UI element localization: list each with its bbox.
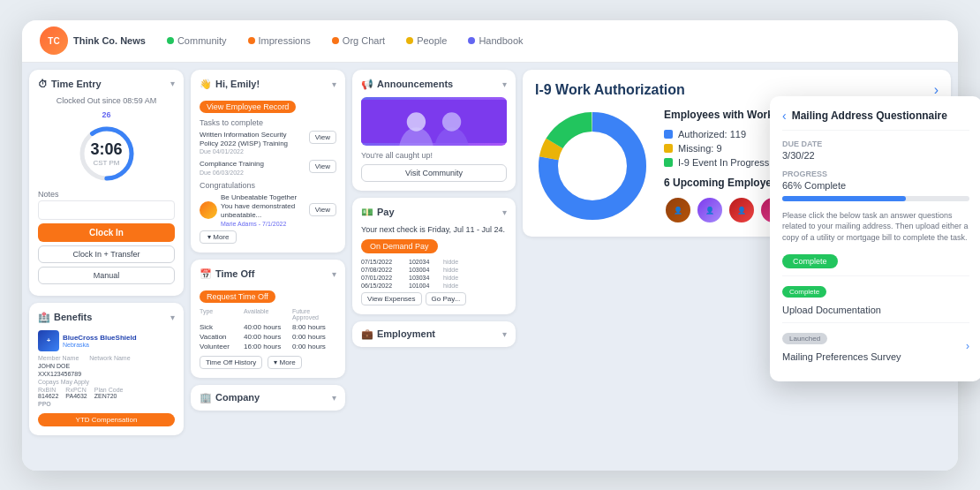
nav-community[interactable]: Community [167,35,227,46]
progress-value-row: 66% Complete [782,180,969,191]
notes-input[interactable] [38,200,175,220]
time-entry-title: ⏱ Time Entry [38,79,102,89]
modal-description: Please click the below task an answer qu… [782,210,969,244]
employment-card: 💼 Employment ▾ [352,321,516,347]
company-chevron[interactable]: ▾ [332,393,336,403]
pay-row-1: 07/15/2022 102034 hidde [361,259,507,265]
member-name: JOHN DOE [38,363,70,369]
member-id-row: XXX123456789 [38,371,175,377]
launched-badge-2: Launched [782,333,827,344]
time-off-more-button[interactable]: ▾ More [268,356,301,369]
org-dot [332,37,339,44]
employment-icon: 💼 [361,328,373,340]
complete-badge-1: Complete [782,286,826,298]
emily-title: 👋 Hi, Emily! [200,79,260,90]
company-title: 🏢 Company [200,392,260,403]
nav-org-chart[interactable]: Org Chart [332,35,385,46]
view-expenses-button[interactable]: View Expenses [361,292,422,305]
task-view-button-1[interactable]: View [309,131,336,144]
time-entry-chevron[interactable]: ▾ [170,79,175,88]
task-name-1: Upload Documentation [782,305,881,315]
announce-title: 📢 Announcements [361,79,453,90]
pay-chevron[interactable]: ▾ [502,207,507,217]
task-name-2: Mailing Preferences Survey [782,351,901,362]
congrats-icon [200,201,217,219]
congrats-header: Congratulations [200,181,336,190]
clock-out-text: Clocked Out since 08:59 AM [38,96,175,105]
modal-task-2[interactable]: Launched Mailing Preferences Survey › [782,322,969,369]
member-info: Member Name Network Name JOHN DOE XXX123… [38,355,175,407]
pay-actions: View Expenses Go Pay... [361,292,507,305]
modal-title: Mailing Address Questionnaire [792,109,947,122]
bcbs-shield-icon: + [38,330,59,351]
congrats-section: Congratulations Be Unbeatable Together Y… [200,181,336,227]
i9-header: I-9 Work Authorization › [535,82,939,98]
pay-header: 💵 Pay ▾ [361,207,507,218]
view-employee-record-button[interactable]: View Employee Record [200,101,296,113]
people-dot [406,37,413,44]
announce-photo-svg [361,97,507,146]
company-card: 🏢 Company ▾ [191,385,345,411]
announce-chevron[interactable]: ▾ [502,79,507,89]
request-time-off-button[interactable]: Request Time Off [200,290,275,303]
clock-in-transfer-button[interactable]: Clock In + Transfer [38,245,175,263]
pay-card: 💵 Pay ▾ Your next check is Friday, Jul 1… [352,198,516,314]
task-arrow-icon[interactable]: › [966,340,969,352]
due-date-label: Due Date [782,139,969,148]
missing-dot [664,144,673,153]
employment-chevron[interactable]: ▾ [502,329,507,339]
nav-impressions[interactable]: Impressions [248,35,311,46]
clock-in-button[interactable]: Clock In [38,223,175,242]
time-entry-card: ⏱ Time Entry ▾ Clocked Out since 08:59 A… [29,70,184,296]
benefits-chevron[interactable]: ▾ [170,313,175,322]
time-off-row-sick: Sick 40:00 hours 8:00 hours [200,323,336,331]
task-due-2: Due 06/03/2022 [200,170,264,176]
nav-handbook[interactable]: Handbook [468,35,523,46]
manual-button[interactable]: Manual [38,267,175,284]
visit-community-button[interactable]: Visit Community [361,164,507,182]
modal-back-button[interactable]: ‹ [782,109,787,123]
task-title-1: Written Information Security Policy 2022… [200,131,305,149]
progress-label: Progress [782,170,969,178]
calendar-icon: 📅 [200,268,212,280]
svg-point-11 [559,132,626,200]
time-off-chevron[interactable]: ▾ [332,269,336,279]
pay-transactions: 07/15/2022 102034 hidde 07/08/2022 10300… [361,259,507,289]
pay-row-2: 07/08/2022 103004 hidde [361,267,507,273]
task-view-button-2[interactable]: View [309,160,336,173]
emily-card: 👋 Hi, Emily! ▾ View Employee Record Task… [191,70,345,253]
congrats-view-button[interactable]: View [309,203,336,216]
emily-chevron[interactable]: ▾ [332,79,336,89]
time-off-history-button[interactable]: Time Off History [200,356,262,369]
pay-icon: 💵 [361,207,373,218]
congrats-title: Be Unbeatable Together [221,193,305,202]
content-area: ⏱ Time Entry ▾ Clocked Out since 08:59 A… [22,63,958,471]
copays-note: Copays May Apply [38,379,175,385]
time-off-row-vacation: Vacation 40:00 hours 0:00 hours [200,333,336,341]
modal-complete-button[interactable]: Complete [782,254,838,268]
on-demand-pay-button[interactable]: On Demand Pay [361,239,438,253]
nav-people[interactable]: People [406,35,447,46]
pay-title: 💵 Pay [361,207,395,218]
avatar-1: 👤 [664,196,692,224]
go-pay-button[interactable]: Go Pay... [426,292,467,305]
time-off-title: 📅 Time Off [200,268,254,280]
pay-row-4: 06/15/2022 101004 hidde [361,283,507,289]
congrats-item: Be Unbeatable Together You have demonstr… [200,193,336,227]
bcbs-company: BlueCross BlueShield [63,334,137,342]
more-button[interactable]: ▾ More [200,230,237,244]
wave-icon: 👋 [200,79,212,90]
main-container: TC Think Co. News Community Impressions … [22,20,958,471]
i9-arrow-icon[interactable]: › [934,82,939,98]
app-title: Think Co. News [73,35,146,46]
clock-number: 26 [38,110,175,119]
time-off-header: 📅 Time Off ▾ [200,268,336,280]
modal-body: Due Date 3/30/22 Progress 66% Complete P… [782,139,969,370]
time-off-card: 📅 Time Off ▾ Request Time Off Type Avail… [191,260,345,378]
ytd-compensation-button[interactable]: YTD Compensation [38,413,175,426]
benefits-title: 🏥 Benefits [38,312,92,323]
logo-area: TC Think Co. News [40,26,146,55]
clock-display: 3:06 CST PM [38,123,175,185]
top-nav: TC Think Co. News Community Impressions … [22,20,958,63]
announce-header: 📢 Announcements ▾ [361,79,507,90]
